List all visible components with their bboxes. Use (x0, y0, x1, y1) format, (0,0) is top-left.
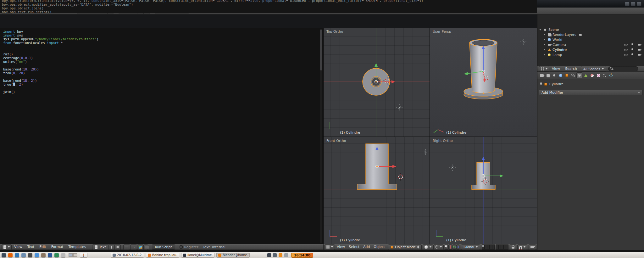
layer-toggle[interactable] (503, 247, 506, 250)
layer-toggle[interactable] (487, 247, 490, 250)
office-writer-launcher-icon[interactable] (48, 253, 52, 257)
workspace-cell[interactable] (69, 253, 73, 257)
snap-select[interactable] (517, 244, 527, 250)
text-add-button[interactable] (108, 244, 115, 250)
gimp-launcher-icon[interactable] (41, 253, 46, 257)
close-button[interactable] (637, 2, 641, 6)
mode-select[interactable]: Object Mode (388, 244, 422, 250)
pivot-select[interactable] (433, 244, 444, 250)
viewport-quad-persp[interactable]: User Persp (1) Cylindre (430, 28, 537, 137)
text-datablock-browse-button[interactable]: Text (92, 244, 108, 250)
transform-orientation-select[interactable]: Global (461, 244, 480, 250)
outliner-search-input[interactable] (608, 66, 638, 71)
rotate-manipulator-toggle[interactable] (452, 244, 456, 250)
layer-toggle[interactable] (490, 244, 492, 247)
menu-view[interactable]: View (549, 66, 563, 72)
menu-edit[interactable]: Edit (37, 244, 48, 250)
eye-toggle-icon[interactable] (624, 43, 628, 47)
info-editor[interactable]: bpy.ops.transform.translate(value=(0, 0,… (0, 0, 537, 13)
render-toggle-icon[interactable] (637, 43, 641, 47)
layer-toggle[interactable] (498, 244, 501, 247)
editor-type-button[interactable] (325, 244, 335, 250)
text-editor-launcher-icon[interactable] (35, 253, 39, 257)
properties-tab-modifiers[interactable] (576, 72, 582, 78)
disclosure-triangle-icon[interactable] (544, 49, 545, 51)
menu-object[interactable]: Object (372, 244, 387, 250)
disclosure-triangle-icon[interactable] (544, 39, 545, 41)
outliner-item-cylindre[interactable]: Cylindre (537, 47, 644, 52)
layer-toggle[interactable] (490, 247, 492, 250)
file-manager-launcher-icon[interactable] (21, 253, 26, 257)
media-player-launcher-icon[interactable] (61, 253, 65, 257)
properties-tab-texture[interactable] (595, 72, 601, 78)
menu-text[interactable]: Text (25, 244, 37, 250)
taskbar-window-button[interactable]: Bobine trop lou... (146, 253, 179, 258)
maximize-button[interactable] (631, 2, 636, 6)
layer-toggle[interactable] (501, 247, 503, 250)
menu-view[interactable]: View (12, 244, 25, 250)
taskbar-window-button[interactable]: 2018-02-12-R-23... (111, 253, 144, 258)
render-still-button[interactable] (529, 244, 536, 250)
outliner-item-camera[interactable]: Camera (537, 42, 644, 47)
editor-type-button[interactable] (539, 66, 549, 71)
update-notifier-tray-icon[interactable] (279, 253, 282, 257)
layer-toggle[interactable] (482, 244, 485, 247)
translate-manipulator-toggle[interactable] (448, 244, 452, 250)
properties-tab-object[interactable] (564, 72, 570, 78)
layer-toggle[interactable] (506, 247, 508, 250)
properties-tab-render[interactable] (539, 72, 545, 78)
syntax-highlight-toggle[interactable] (137, 244, 144, 250)
layer-toggle[interactable] (496, 247, 498, 250)
properties-tab-material[interactable] (589, 72, 595, 78)
layer-toggle[interactable] (492, 247, 495, 250)
outliner-item-lamp[interactable]: Lamp (537, 52, 644, 57)
terminal-launcher-icon[interactable] (28, 253, 32, 257)
outliner-item-world[interactable]: World (537, 37, 644, 42)
text-unlink-button[interactable] (115, 244, 121, 250)
properties-tab-particles[interactable] (602, 72, 608, 78)
properties-tab-world[interactable] (558, 72, 564, 78)
disclosure-triangle-icon[interactable] (544, 34, 545, 36)
manipulator-toggle[interactable] (445, 244, 448, 250)
outliner-item-scene[interactable]: Scene (537, 27, 644, 32)
properties-tab-render-layers[interactable] (545, 72, 551, 78)
taskbar-window-button[interactable]: lionel@Multime... (181, 253, 214, 258)
menu-format[interactable]: Format (49, 244, 66, 250)
select-toggle-icon[interactable] (630, 53, 635, 57)
font-settings-button[interactable] (144, 244, 148, 250)
layer-toggle[interactable] (506, 244, 508, 247)
layer-toggle[interactable] (485, 247, 487, 250)
register-checkbox[interactable] (180, 245, 183, 249)
viewport-quad-front[interactable]: Front Ortho (1) Cylindre (324, 137, 430, 244)
minimize-button[interactable] (625, 2, 630, 6)
layer-toggle[interactable] (498, 247, 501, 250)
outliner-scope-select[interactable]: All Scenes (581, 66, 606, 71)
firefox-launcher-icon[interactable] (8, 253, 13, 257)
disclosure-triangle-icon[interactable] (544, 44, 545, 46)
menu-view[interactable]: View (335, 244, 347, 250)
menu-search[interactable]: Search (563, 66, 580, 72)
render-toggle-icon[interactable] (637, 48, 641, 52)
run-script-button[interactable]: Run Script (152, 244, 175, 250)
properties-tab-physics[interactable] (608, 72, 614, 78)
render-toggle-icon[interactable] (637, 53, 641, 57)
workspace-pager[interactable] (69, 253, 77, 257)
layer-toggle[interactable] (482, 247, 485, 250)
eye-toggle-icon[interactable] (624, 48, 628, 52)
taskbar-window-button-j[interactable]: J (80, 253, 87, 258)
viewport-quad-top[interactable]: Top Ortho (1) Cylindre (324, 28, 430, 137)
user-persp-canvas[interactable] (430, 28, 537, 137)
eye-toggle-icon[interactable] (624, 53, 628, 57)
layer-toggle[interactable] (492, 244, 495, 247)
viewport-shading-select[interactable] (423, 244, 433, 250)
viewport-quad-right[interactable]: Right Ortho (1) Cylindre (430, 137, 537, 244)
properties-tab-scene[interactable] (551, 72, 557, 78)
properties-tab-constraints[interactable] (570, 72, 576, 78)
menu-select[interactable]: Select (347, 244, 361, 250)
pin-icon[interactable] (540, 82, 542, 86)
text-editor[interactable]: import bpyimport syssys.path.append("/ho… (0, 28, 323, 244)
clipboard-tray-icon[interactable] (284, 253, 288, 257)
calc-launcher-icon[interactable] (54, 253, 59, 257)
editor-type-button[interactable] (2, 244, 12, 250)
menu-templates[interactable]: Templates (66, 244, 88, 250)
